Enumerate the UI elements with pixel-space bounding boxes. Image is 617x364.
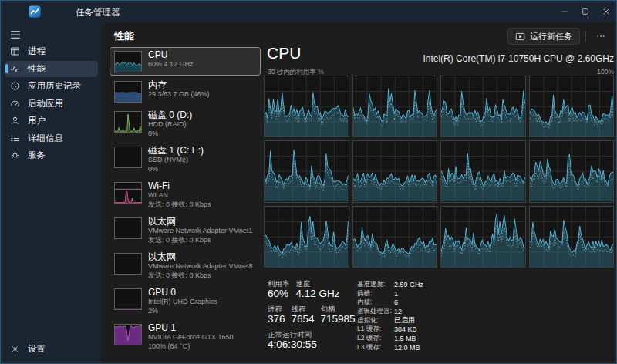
cpu-spec-label: 逻辑处理器: bbox=[357, 307, 394, 316]
perf-list-item-wifi[interactable]: Wi-Fi WLAN 发送: 0 接收: 0 Kbps bbox=[110, 178, 261, 212]
perf-item-line3: 2% bbox=[148, 307, 217, 316]
perf-item-line3: 发送: 0 接收: 0 Kbps bbox=[148, 201, 211, 210]
cpu-spec-row: L2 缓存: 1.5 MB bbox=[357, 334, 423, 343]
page-title: 性能 bbox=[114, 29, 134, 43]
perf-mini-graph bbox=[114, 81, 142, 103]
cpu-stat: 线程 7654 bbox=[292, 305, 315, 325]
perf-item-title: 以太网 bbox=[148, 252, 253, 262]
perf-item-line2: 60% 4.12 GHz bbox=[148, 60, 194, 69]
perf-item-line2: SSD (NVMe) bbox=[148, 156, 204, 165]
sidebar-item-icon bbox=[10, 46, 20, 56]
close-button[interactable] bbox=[595, 1, 616, 22]
cpu-stat-value: 60% bbox=[268, 288, 290, 300]
cpu-stats-row: 利用率 60% 速度 4.12 GHz bbox=[268, 279, 356, 300]
cpu-spec-value: 12 bbox=[394, 308, 402, 315]
perf-item-line2: 29.3/63.7 GB (46%) bbox=[148, 90, 210, 99]
perf-list-item-memory[interactable]: 内存 29.3/63.7 GB (46%) bbox=[110, 77, 261, 106]
cpu-spec-value: 1.5 MB bbox=[394, 335, 416, 342]
perf-list-item-gpu-0[interactable]: GPU 0 Intel(R) UHD Graphics 2% bbox=[110, 285, 261, 318]
cpu-stat-label: 进程 bbox=[268, 305, 285, 313]
perf-item-title: Wi-Fi bbox=[148, 181, 211, 191]
cpu-model-name: Intel(R) Core(TM) i7-10750H CPU @ 2.60GH… bbox=[423, 53, 614, 64]
cpu-spec-row: 虚拟化: 已启用 bbox=[357, 316, 423, 325]
perf-list-item-disk-1[interactable]: 磁盘 1 (C: E:) SSD (NVMe) 0% bbox=[110, 143, 261, 177]
cpu-core-graph-11 bbox=[529, 206, 615, 268]
sidebar-item-label: 启动应用 bbox=[28, 98, 63, 110]
minimize-icon bbox=[560, 7, 569, 16]
perf-item-title: 内存 bbox=[148, 80, 210, 90]
cpu-stats-primary: 利用率 60% 速度 4.12 GHz 进程 376 线程 7654 句柄 71… bbox=[268, 279, 356, 356]
sidebar-item-icon bbox=[10, 150, 20, 160]
perf-item-line2: Intel(R) UHD Graphics bbox=[148, 298, 217, 307]
cpu-spec-row: 基准速度: 2.59 GHz bbox=[357, 280, 423, 289]
cpu-spec-label: L2 缓存: bbox=[357, 334, 394, 343]
perf-item-title: 磁盘 0 (D:) bbox=[148, 110, 192, 120]
sidebar-item-services[interactable]: 服务 bbox=[5, 147, 98, 164]
cpu-core-graph-7 bbox=[529, 140, 615, 202]
task-manager-app-icon bbox=[29, 5, 41, 18]
cpu-spec-value: 6 bbox=[394, 298, 398, 306]
cpu-core-graph-6 bbox=[440, 140, 526, 202]
cpu-stat-label: 正常运行时间 bbox=[268, 330, 317, 339]
cpu-spec-value: 384 KB bbox=[394, 325, 417, 333]
perf-list-item-cpu[interactable]: CPU 60% 4.12 GHz bbox=[110, 47, 261, 76]
task-manager-window: 任务管理器 进程 性能 应用 bbox=[0, 0, 617, 364]
more-options-button[interactable] bbox=[592, 28, 610, 45]
sidebar-item-details[interactable]: 详细信息 bbox=[5, 130, 98, 147]
gear-icon bbox=[10, 344, 20, 354]
cpu-stat-value: 4.12 GHz bbox=[296, 288, 340, 300]
titlebar: 任务管理器 bbox=[1, 1, 616, 22]
cpu-stat: 速度 4.12 GHz bbox=[296, 279, 340, 300]
sidebar-item-icon bbox=[10, 99, 20, 109]
cpu-detail-panel: CPU Intel(R) Core(TM) i7-10750H CPU @ 2.… bbox=[263, 44, 616, 364]
cpu-spec-row: 逻辑处理器: 12 bbox=[357, 307, 423, 316]
perf-list-item-disk-0[interactable]: 磁盘 0 (D:) HDD (RAID) 0% bbox=[110, 107, 261, 141]
sidebar-item-label: 详细信息 bbox=[28, 133, 63, 144]
perf-item-title: 磁盘 1 (C: E:) bbox=[148, 146, 204, 156]
cpu-stat-label: 线程 bbox=[292, 305, 315, 313]
cpu-stat-value: 7654 bbox=[292, 313, 315, 325]
cpu-stat-label: 句柄 bbox=[321, 305, 356, 313]
perf-mini-graph bbox=[114, 51, 142, 72]
sidebar-item-performance[interactable]: 性能 bbox=[5, 61, 98, 78]
hamburger-menu-button[interactable] bbox=[5, 26, 29, 43]
cpu-stat: 进程 376 bbox=[268, 305, 285, 325]
perf-item-line3: 0% bbox=[148, 130, 192, 139]
run-new-task-label: 运行新任务 bbox=[530, 31, 572, 42]
perf-list-item-ethernet-2[interactable]: 以太网 VMware Network Adapter VMnet8 发送: 0 … bbox=[110, 249, 261, 283]
cpu-core-graph-2 bbox=[440, 76, 526, 137]
cpu-spec-value: 1 bbox=[394, 290, 398, 298]
run-new-task-button[interactable]: 运行新任务 bbox=[507, 28, 580, 45]
perf-list-item-gpu-1[interactable]: GPU 1 NVIDIA GeForce GTX 1650 100% (64 °… bbox=[110, 320, 261, 354]
maximize-icon bbox=[581, 7, 590, 16]
graph-scale-label: 100% bbox=[597, 68, 614, 76]
minimize-button[interactable] bbox=[554, 1, 575, 22]
sidebar-item-startup-apps[interactable]: 启动应用 bbox=[5, 96, 98, 113]
sidebar-item-label: 用户 bbox=[28, 115, 46, 126]
sidebar-item-processes[interactable]: 进程 bbox=[5, 43, 98, 60]
sidebar-item-users[interactable]: 用户 bbox=[5, 113, 98, 130]
close-icon bbox=[602, 7, 611, 16]
cpu-stat: 利用率 60% bbox=[268, 279, 290, 300]
perf-item-title: GPU 1 bbox=[148, 323, 234, 333]
cpu-spec-row: L3 缓存: 12.0 MB bbox=[357, 343, 423, 352]
perf-item-line2: NVIDIA GeForce GTX 1650 bbox=[148, 333, 234, 342]
perf-mini-graph bbox=[114, 147, 142, 168]
maximize-button[interactable] bbox=[575, 1, 595, 22]
cpu-stat-value: 4:06:30:55 bbox=[268, 339, 317, 351]
cpu-core-graph-4 bbox=[264, 140, 349, 202]
perf-mini-graph bbox=[114, 288, 142, 310]
perf-item-line3: 100% (64 °C) bbox=[148, 342, 234, 352]
sidebar-item-app-history[interactable]: 应用历史记录 bbox=[5, 78, 98, 95]
cpu-stat-value: 715985 bbox=[321, 313, 356, 325]
sidebar-item-icon bbox=[10, 116, 20, 126]
sidebar-item-label: 进程 bbox=[28, 46, 46, 57]
sidebar-item-label: 服务 bbox=[28, 150, 46, 161]
cpu-core-graph-8 bbox=[264, 206, 349, 268]
perf-list-item-ethernet-1[interactable]: 以太网 VMware Network Adapter VMnet1 发送: 0 … bbox=[110, 214, 261, 248]
sidebar-item-settings[interactable]: 设置 bbox=[5, 341, 103, 358]
perf-mini-graph bbox=[114, 182, 142, 204]
perf-item-line2: WLAN bbox=[148, 191, 211, 201]
performance-list: CPU 60% 4.12 GHz 内存 29.3/63.7 GB (46%) 磁… bbox=[110, 47, 261, 354]
perf-mini-graph bbox=[114, 217, 142, 239]
